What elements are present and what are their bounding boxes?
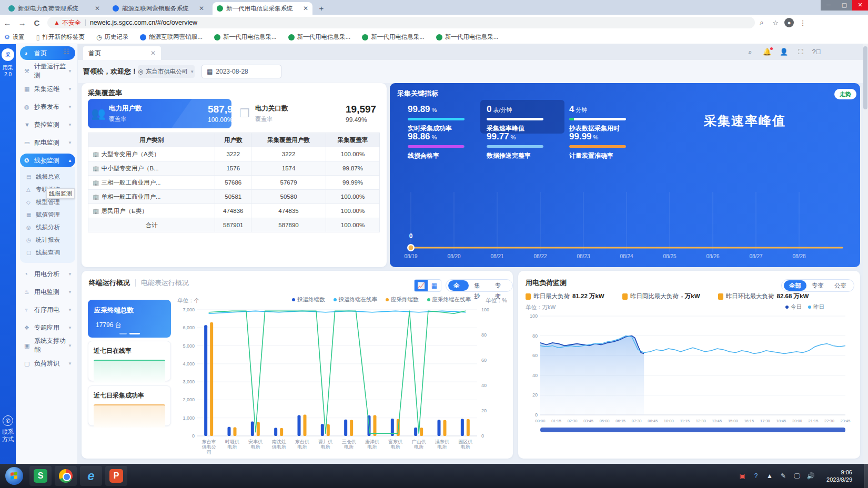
tray-ime-icon[interactable]: ✎: [779, 472, 788, 480]
filter-全部[interactable]: 全部: [448, 280, 469, 291]
filter-公变[interactable]: 公变: [829, 280, 852, 291]
tab-terminal-overview[interactable]: 终端运行概况: [89, 278, 130, 288]
date-input[interactable]: ▦ 2023-08-28: [201, 65, 281, 78]
power-users-card[interactable]: 👥 电力用户数覆盖率 587,901 100.00%: [88, 99, 231, 128]
sidebar-item-采集运维[interactable]: ▦采集运维▼: [20, 82, 75, 96]
menu-kebab-icon[interactable]: ⋮: [796, 19, 810, 27]
kpi-metric-数据推送完整率[interactable]: 99.77%数据推送完整率: [487, 131, 566, 160]
tab-close-icon[interactable]: ✕: [199, 5, 204, 12]
taskbar-ie-icon[interactable]: e: [80, 466, 102, 486]
browser-tab[interactable]: 新型电力负荷管理系统✕: [4, 2, 104, 15]
kpi-metric-抄表数据采集用时[interactable]: 4分钟抄表数据采集用时: [569, 104, 648, 133]
tab-meter-overview[interactable]: 电能表运行概况: [141, 278, 189, 288]
bookmark-item[interactable]: ▯打开新的标签页: [36, 33, 85, 41]
bookmark-item[interactable]: 能源互联网营销服...: [140, 33, 203, 41]
submenu-item-赋值管理[interactable]: ▦赋值管理: [20, 208, 75, 221]
filter-集抄[interactable]: 集抄: [469, 280, 489, 291]
user-icon[interactable]: 👤: [779, 47, 789, 57]
kpi-metric-计量装置准确率[interactable]: 99.99%计量装置准确率: [569, 131, 648, 160]
bookmark-item[interactable]: 新一代用电信息采...: [362, 33, 425, 41]
bookmark-item[interactable]: 新一代用电信息采...: [288, 33, 351, 41]
sidebar-item-专题应用[interactable]: ❖专题应用▼: [20, 321, 75, 334]
profile-avatar[interactable]: ●: [784, 18, 794, 27]
sidebar-item-抄表发布[interactable]: ◍抄表发布▼: [20, 100, 75, 114]
sidebar-item-用电分析[interactable]: ◔用电分析▼: [20, 267, 75, 281]
filter-专变[interactable]: 专变: [490, 280, 510, 291]
bookmark-item[interactable]: 新一代用电信息采...: [436, 33, 499, 41]
chart-view-icon[interactable]: 📈: [415, 280, 428, 291]
sidebar-item-费控监测[interactable]: ▼费控监测▼: [20, 118, 75, 131]
start-button[interactable]: [5, 467, 23, 485]
trend-button[interactable]: 走势: [834, 89, 856, 99]
table-row: 🏢大型专变用户（A类）32223222100.00%: [88, 147, 380, 161]
tab-close-icon[interactable]: ✕: [95, 5, 100, 12]
security-warning[interactable]: ▲不安全: [54, 18, 81, 27]
window-close-button[interactable]: ✕: [852, 0, 868, 11]
tab-close-icon[interactable]: ✕: [303, 5, 308, 12]
browser-tab[interactable]: 能源互联网营销服务系统✕: [108, 2, 208, 15]
collect-rate-card[interactable]: 近七日采集成功率: [88, 385, 171, 426]
sidebar-item-系统支撑功能[interactable]: ▣系统支撑功能▼: [20, 339, 75, 352]
zoom-icon[interactable]: ⌕: [755, 18, 769, 27]
filter-全部[interactable]: 全部: [784, 280, 806, 291]
tray-app-icon[interactable]: ▣: [738, 472, 746, 480]
sidebar-item-配电监测[interactable]: ▭配电监测▼: [20, 136, 75, 149]
back-icon[interactable]: ←: [0, 18, 15, 27]
window-minimize-button[interactable]: ─: [821, 0, 836, 11]
submenu-item-线损查询[interactable]: ▢线损查询: [20, 246, 75, 259]
carousel-dot[interactable]: [119, 333, 127, 334]
taskbar-clock[interactable]: 9:06 2023/8/29: [826, 469, 852, 483]
bookmark-item[interactable]: ⚙设置: [4, 33, 25, 41]
show-desktop-button[interactable]: [864, 464, 868, 488]
new-tab-button[interactable]: +: [316, 3, 327, 14]
forward-icon[interactable]: →: [15, 18, 29, 27]
online-rate-card[interactable]: 近七日在线率: [88, 341, 171, 381]
svg-text:11:15: 11:15: [680, 419, 690, 423]
browser-tab[interactable]: 新一代用电信息采集系统✕: [213, 2, 312, 15]
submenu-item-线损总览[interactable]: ▤线损总览: [20, 170, 75, 183]
users-count: 587,901: [208, 104, 231, 115]
search-icon[interactable]: ⌕: [745, 47, 755, 57]
tray-volume-icon[interactable]: 🔊: [806, 472, 815, 480]
table-view-icon[interactable]: ▦: [428, 280, 441, 291]
terminal-chart: 7,0006,0005,0004,0003,0002,0001,00001008…: [176, 303, 509, 459]
sidebar-collapse-icon[interactable]: ☷: [63, 47, 73, 56]
sidebar-item-计量运行监测[interactable]: ⚒计量运行监测▼: [20, 64, 75, 78]
sidebar-item-负荷辨识[interactable]: ▢负荷辨识▼: [20, 357, 75, 370]
sidebar-item-线损监测[interactable]: ✪线损监测▲: [20, 154, 75, 167]
contact-block[interactable]: ✆联系方式: [0, 415, 16, 443]
taskbar-ppt-icon[interactable]: P: [105, 466, 127, 486]
sidebar-item-用电监测[interactable]: ♨用电监测▼: [20, 285, 75, 299]
fullscreen-icon[interactable]: ⛶: [795, 47, 806, 57]
reload-icon[interactable]: C: [29, 18, 44, 27]
bookmark-star-icon[interactable]: ☆: [769, 19, 782, 27]
taskbar-wps-icon[interactable]: S: [29, 466, 52, 486]
terminal-total-card[interactable]: 应采终端总数 17796台: [88, 300, 171, 338]
kpi-metric-实时采集成功率[interactable]: 99.89%实时采集成功率: [408, 104, 487, 133]
scrollbar-thumb[interactable]: [863, 46, 867, 109]
tray-help-icon[interactable]: ?: [752, 472, 760, 480]
chevron-icon: ▼: [68, 105, 72, 109]
bookmark-item[interactable]: ◷历史记录: [96, 33, 128, 41]
submenu-item-线损分析[interactable]: ◎线损分析: [20, 221, 75, 233]
page-tab-close-icon[interactable]: ✕: [150, 49, 156, 57]
address-bar[interactable]: ▲不安全 neweic.js.sgcc.com.cn/#/oc/overview: [47, 17, 755, 28]
carousel-dot[interactable]: [129, 333, 140, 334]
tray-expand-icon[interactable]: ▲: [765, 472, 774, 480]
taskbar-chrome-icon[interactable]: [55, 466, 77, 486]
tray-display-icon[interactable]: 🖵: [793, 472, 801, 480]
kpi-metric-线损合格率[interactable]: 98.86%线损合格率: [408, 131, 487, 160]
org-selector[interactable]: ◎ 东台市供电公司 ▼: [138, 65, 195, 78]
table-cell: 🏢三相一般工商业用户...: [88, 176, 215, 190]
gateway-card[interactable]: ❒ 电力关口数覆盖率 19,597 99.49%: [234, 99, 379, 128]
sidebar-item-有序用电[interactable]: ♆有序用电▼: [20, 303, 75, 317]
page-tab-home[interactable]: 首页 ✕: [83, 46, 161, 60]
bookmark-item[interactable]: 新一代用电信息采...: [214, 33, 277, 41]
kpi-metric-采集速率峰值[interactable]: 0表/分钟采集速率峰值: [487, 104, 566, 133]
filter-专变[interactable]: 专变: [806, 280, 829, 291]
help-icon[interactable]: ?⃝: [811, 47, 822, 57]
submenu-item-统计报表[interactable]: ◷统计报表: [20, 233, 75, 246]
window-maximize-button[interactable]: ▢: [836, 0, 852, 11]
page-url: neweic.js.sgcc.com.cn/#/oc/overview: [90, 19, 197, 26]
table-cell: 587890: [251, 218, 326, 232]
